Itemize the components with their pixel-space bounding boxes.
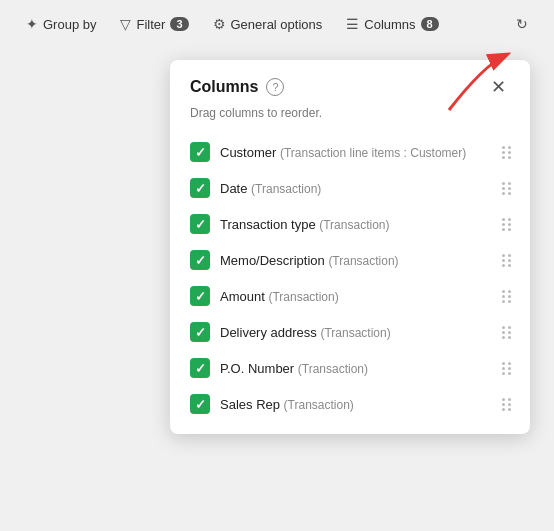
drag-handle-icon[interactable]: [500, 396, 514, 413]
group-by-button[interactable]: ✦ Group by: [16, 10, 106, 38]
refresh-icon: ↻: [516, 16, 528, 32]
column-label: Sales Rep (Transaction): [220, 397, 490, 412]
columns-button[interactable]: ☰ Columns 8: [336, 10, 448, 38]
panel-header: Columns ? ✕: [170, 60, 530, 106]
drag-handle-icon[interactable]: [500, 360, 514, 377]
column-label: Date (Transaction): [220, 181, 490, 196]
panel-title: Columns: [190, 78, 258, 96]
column-label: Delivery address (Transaction): [220, 325, 490, 340]
column-item[interactable]: ✓P.O. Number (Transaction): [170, 350, 530, 386]
column-checkbox[interactable]: ✓: [190, 358, 210, 378]
column-label: Customer (Transaction line items : Custo…: [220, 145, 490, 160]
column-checkbox[interactable]: ✓: [190, 142, 210, 162]
column-item[interactable]: ✓Amount (Transaction): [170, 278, 530, 314]
column-checkbox[interactable]: ✓: [190, 286, 210, 306]
column-checkbox[interactable]: ✓: [190, 322, 210, 342]
toolbar: ✦ Group by ▽ Filter 3 ⚙ General options …: [0, 0, 554, 48]
column-checkbox[interactable]: ✓: [190, 394, 210, 414]
drag-handle-icon[interactable]: [500, 252, 514, 269]
general-options-icon: ⚙: [213, 16, 226, 32]
filter-label: Filter: [136, 17, 165, 32]
columns-label: Columns: [364, 17, 415, 32]
general-options-label: General options: [231, 17, 323, 32]
column-checkbox[interactable]: ✓: [190, 250, 210, 270]
column-item[interactable]: ✓Customer (Transaction line items : Cust…: [170, 134, 530, 170]
column-item[interactable]: ✓Memo/Description (Transaction): [170, 242, 530, 278]
drag-handle-icon[interactable]: [500, 216, 514, 233]
group-by-icon: ✦: [26, 16, 38, 32]
column-label: Amount (Transaction): [220, 289, 490, 304]
drag-handle-icon[interactable]: [500, 324, 514, 341]
filter-button[interactable]: ▽ Filter 3: [110, 10, 198, 38]
column-item[interactable]: ✓Transaction type (Transaction): [170, 206, 530, 242]
column-label: Memo/Description (Transaction): [220, 253, 490, 268]
help-icon[interactable]: ?: [266, 78, 284, 96]
close-button[interactable]: ✕: [487, 76, 510, 98]
column-item[interactable]: ✓Sales Rep (Transaction): [170, 386, 530, 422]
drag-handle-icon[interactable]: [500, 144, 514, 161]
column-checkbox[interactable]: ✓: [190, 178, 210, 198]
group-by-label: Group by: [43, 17, 96, 32]
columns-badge: 8: [421, 17, 439, 31]
filter-badge: 3: [170, 17, 188, 31]
column-list: ✓Customer (Transaction line items : Cust…: [170, 130, 530, 434]
column-item[interactable]: ✓Delivery address (Transaction): [170, 314, 530, 350]
panel-title-row: Columns ?: [190, 78, 284, 96]
refresh-button[interactable]: ↻: [506, 10, 538, 38]
panel-subtitle: Drag columns to reorder.: [170, 106, 530, 130]
columns-panel: Columns ? ✕ Drag columns to reorder. ✓Cu…: [170, 60, 530, 434]
columns-icon: ☰: [346, 16, 359, 32]
filter-icon: ▽: [120, 16, 131, 32]
column-checkbox[interactable]: ✓: [190, 214, 210, 234]
general-options-button[interactable]: ⚙ General options: [203, 10, 333, 38]
column-label: P.O. Number (Transaction): [220, 361, 490, 376]
column-item[interactable]: ✓Date (Transaction): [170, 170, 530, 206]
drag-handle-icon[interactable]: [500, 288, 514, 305]
column-label: Transaction type (Transaction): [220, 217, 490, 232]
drag-handle-icon[interactable]: [500, 180, 514, 197]
